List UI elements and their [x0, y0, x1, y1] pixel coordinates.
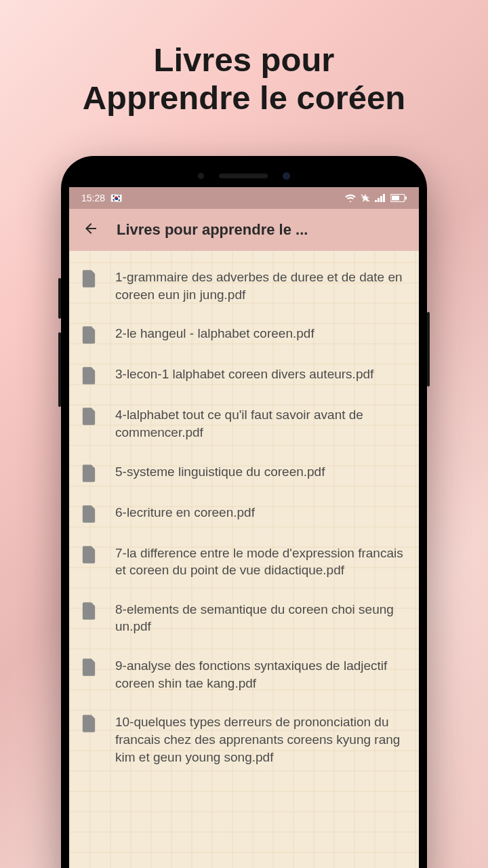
file-icon [81, 505, 96, 523]
status-time: 15:28 [81, 193, 105, 203]
page-title: Livres pour apprendre le ... [117, 221, 409, 239]
list-item[interactable]: 6-lecriture en coreen.pdf [69, 493, 419, 534]
back-button[interactable] [79, 218, 103, 243]
list-item[interactable]: 10-quelques types derreurs de prononciat… [69, 703, 419, 776]
file-icon [81, 465, 96, 482]
file-name: 5-systeme linguistique du coreen.pdf [115, 463, 325, 481]
file-icon [81, 326, 96, 344]
file-name: 10-quelques types derreurs de prononciat… [115, 713, 404, 766]
arrow-left-icon [83, 220, 99, 237]
phone-notch [69, 164, 419, 187]
app-bar: Livres pour apprendre le ... [69, 209, 419, 251]
file-icon [81, 408, 96, 425]
svg-rect-1 [375, 200, 377, 202]
phone-button [58, 278, 61, 319]
list-item[interactable]: 4-lalphabet tout ce qu'il faut savoir av… [69, 395, 419, 452]
status-left: 15:28 🇰🇷 [81, 193, 122, 203]
screen: 15:28 🇰🇷 [69, 187, 419, 868]
file-name: 6-lecriture en coreen.pdf [115, 504, 255, 521]
phone-inner: 15:28 🇰🇷 [69, 164, 419, 868]
list-item[interactable]: 1-grammaire des adverbes de duree et de … [69, 258, 419, 314]
file-icon [81, 658, 96, 676]
promo-line-2: Apprendre le coréen [14, 79, 474, 117]
signal-icon [375, 194, 386, 202]
svg-rect-6 [392, 196, 399, 201]
list-item[interactable]: 5-systeme linguistique du coreen.pdf [69, 452, 419, 493]
file-name: 4-lalphabet tout ce qu'il faut savoir av… [115, 406, 404, 441]
status-app-indicator: 🇰🇷 [110, 193, 122, 203]
file-name: 1-grammaire des adverbes de duree et de … [115, 269, 404, 303]
file-name: 8-elements de semantique du coreen choi … [115, 601, 404, 635]
file-icon [81, 546, 96, 564]
file-icon [81, 715, 96, 732]
svg-rect-4 [383, 194, 385, 202]
phone-sensor [198, 173, 204, 179]
phone-camera [283, 172, 290, 180]
file-name: 9-analyse des fonctions syntaxiques de l… [115, 657, 404, 692]
file-name: 3-lecon-1 lalphabet coreen divers auteur… [115, 366, 373, 383]
file-icon [81, 270, 96, 288]
status-bar: 15:28 🇰🇷 [69, 187, 419, 209]
svg-rect-7 [405, 197, 407, 200]
svg-rect-3 [380, 196, 382, 202]
wifi-icon [345, 194, 356, 202]
phone-button [58, 332, 61, 407]
svg-rect-2 [378, 198, 380, 202]
file-list[interactable]: 1-grammaire des adverbes de duree et de … [69, 251, 419, 868]
list-item[interactable]: 3-lecon-1 lalphabet coreen divers auteur… [69, 355, 419, 395]
battery-icon [390, 194, 407, 202]
promo-line-1: Livres pour [14, 41, 474, 79]
file-icon [81, 367, 96, 384]
promo-title: Livres pour Apprendre le coréen [0, 0, 488, 117]
list-item[interactable]: 8-elements de semantique du coreen choi … [69, 590, 419, 646]
list-item[interactable]: 9-analyse des fonctions syntaxiques de l… [69, 646, 419, 703]
status-right [345, 194, 407, 202]
list-item[interactable]: 2-le hangeul - lalphabet coreen.pdf [69, 314, 419, 355]
list-item[interactable]: 7-la difference entre le mode d'expressi… [69, 534, 419, 590]
file-icon [81, 602, 96, 620]
file-name: 7-la difference entre le mode d'expressi… [115, 545, 404, 579]
phone-button [427, 312, 430, 387]
phone-frame: 15:28 🇰🇷 [61, 156, 427, 868]
phone-speaker [219, 174, 268, 178]
file-name: 2-le hangeul - lalphabet coreen.pdf [115, 325, 314, 342]
airplane-off-icon [361, 194, 370, 202]
